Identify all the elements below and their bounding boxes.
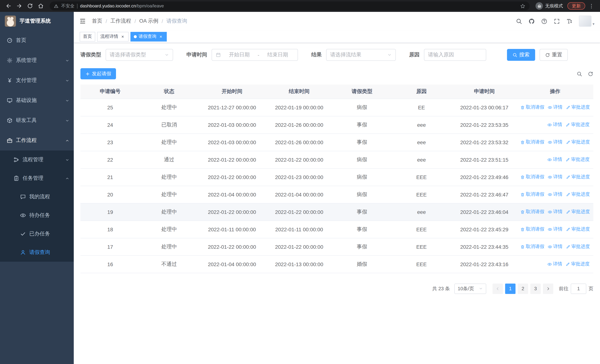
goto-page-input[interactable] — [571, 283, 586, 294]
detail-link[interactable]: 详情 — [548, 226, 562, 233]
close-icon[interactable]: × — [120, 34, 125, 39]
detail-link[interactable]: 详情 — [547, 261, 562, 267]
action-label: 详情 — [553, 174, 562, 180]
column-header[interactable]: 申请编号 — [80, 84, 140, 99]
detail-link[interactable]: 详情 — [548, 104, 562, 111]
breadcrumb-separator: / — [106, 18, 107, 24]
sidebar-toggle-icon[interactable] — [79, 18, 86, 24]
leave-type-select[interactable]: 请选择请假类型 — [106, 49, 173, 61]
sidebar-item-system[interactable]: 系统管理 — [0, 50, 74, 70]
font-size-icon[interactable] — [566, 18, 572, 24]
detail-link-icon — [547, 123, 552, 127]
sidebar-item-payment[interactable]: 支付管理 — [0, 70, 74, 90]
reason-input[interactable]: 请输入原因 — [424, 49, 486, 61]
security-label[interactable]: 不安全 — [61, 3, 75, 9]
create-leave-button[interactable]: 发起请假 — [80, 68, 116, 79]
page-button-1[interactable]: 1 — [505, 283, 516, 294]
column-header[interactable]: 状态 — [140, 84, 198, 99]
github-icon[interactable] — [528, 18, 535, 24]
sidebar-item-infrastructure[interactable]: 基础设施 — [0, 90, 74, 111]
refresh-icon[interactable] — [588, 71, 593, 76]
column-header[interactable]: 结束时间 — [265, 84, 333, 99]
tab-process-detail[interactable]: 流程详情 × — [97, 32, 129, 41]
search-icon[interactable] — [516, 18, 522, 24]
address-bar[interactable]: 不安全 dashboard.yudao.iocoder.cn/bpm/oa/le… — [50, 1, 530, 10]
prev-page-button[interactable] — [493, 283, 503, 294]
browser-forward-button[interactable] — [14, 1, 24, 11]
back-icon — [6, 3, 11, 9]
result-select[interactable]: 请选择流结果 — [326, 49, 396, 61]
detail-link[interactable]: 详情 — [547, 157, 562, 163]
detail-link[interactable]: 详情 — [548, 244, 562, 250]
approval-progress-link[interactable]: 审批进度 — [566, 139, 590, 146]
column-header[interactable]: 开始时间 — [198, 84, 266, 99]
date-range-picker[interactable]: 开始日期 - 结束日期 — [212, 49, 298, 61]
cancel-leave-link[interactable]: 取消请假 — [520, 209, 544, 215]
browser-menu-icon[interactable]: ⋮ — [587, 3, 596, 9]
browser-home-button[interactable] — [36, 1, 46, 11]
home-icon — [38, 3, 44, 9]
cancel-leave-link[interactable]: 取消请假 — [520, 226, 544, 233]
page-button-2[interactable]: 2 — [518, 283, 528, 294]
cancel-leave-link[interactable]: 取消请假 — [520, 191, 544, 198]
tab-leave-query[interactable]: 请假查询 × — [131, 32, 167, 41]
table-cell: 24 — [80, 116, 140, 133]
approval-progress-link[interactable]: 审批进度 — [566, 226, 590, 233]
tab-home[interactable]: 首页 — [80, 32, 95, 41]
leave-query-icon — [20, 250, 26, 255]
browser-back-button[interactable] — [4, 1, 13, 11]
table-cell: 2022-01-22 00:00:00 — [265, 238, 333, 255]
detail-link[interactable]: 详情 — [547, 122, 562, 128]
sidebar-item-home[interactable]: 首页 — [0, 30, 74, 50]
search-button[interactable]: 搜索 — [507, 49, 535, 61]
bookmark-star-icon[interactable] — [520, 3, 525, 9]
cancel-leave-link[interactable]: 取消请假 — [520, 244, 544, 250]
approval-progress-link[interactable]: 审批进度 — [566, 191, 590, 198]
app-logo[interactable]: 芋道管理系统 — [0, 12, 74, 30]
browser-update-chip[interactable]: 更新 — [567, 2, 585, 10]
approval-progress-link[interactable]: 审批进度 — [565, 122, 590, 128]
fullscreen-icon[interactable] — [554, 18, 560, 24]
detail-link[interactable]: 详情 — [548, 174, 562, 180]
approval-progress-link[interactable]: 审批进度 — [566, 174, 590, 180]
task-icon — [13, 175, 19, 181]
browser-reload-button[interactable] — [25, 1, 35, 11]
approval-progress-link[interactable]: 审批进度 — [566, 244, 590, 250]
select-placeholder: 请选择请假类型 — [110, 52, 146, 58]
sidebar-item-todo-tasks[interactable]: 待办任务 — [0, 206, 74, 225]
detail-link[interactable]: 详情 — [548, 191, 562, 198]
sidebar-item-task-management[interactable]: 任务管理 — [0, 169, 74, 187]
close-icon[interactable]: × — [158, 34, 163, 39]
sidebar-item-leave-query[interactable]: 请假查询 — [0, 243, 74, 262]
column-header[interactable]: 请假类型 — [333, 84, 391, 99]
sidebar-item-my-process[interactable]: 我的流程 — [0, 187, 74, 206]
toggle-search-icon[interactable] — [577, 71, 582, 76]
sidebar-item-process-management[interactable]: 流程管理 — [0, 150, 74, 169]
column-header[interactable]: 原因 — [391, 84, 452, 99]
breadcrumb-item[interactable]: 工作流程 — [111, 18, 131, 24]
breadcrumb-item[interactable]: 首页 — [92, 18, 102, 24]
user-avatar[interactable]: ▾ — [579, 16, 594, 27]
sidebar-item-workflow[interactable]: 工作流程 — [0, 131, 74, 150]
approval-progress-link[interactable]: 审批进度 — [566, 104, 590, 111]
approval-progress-link[interactable]: 审批进度 — [565, 157, 590, 163]
filter-result: 结果 请选择流结果 — [311, 49, 396, 61]
detail-link[interactable]: 详情 — [548, 139, 562, 146]
sidebar-item-done-tasks[interactable]: 已办任务 — [0, 225, 74, 243]
column-header[interactable]: 申请时间 — [452, 84, 517, 99]
reset-button[interactable]: 重置 — [540, 49, 568, 61]
row-actions: 取消请假详情审批进度 — [517, 203, 593, 221]
page-button-3[interactable]: 3 — [530, 283, 541, 294]
cancel-leave-link[interactable]: 取消请假 — [520, 139, 544, 146]
detail-link[interactable]: 详情 — [548, 209, 562, 215]
next-page-button[interactable] — [543, 283, 553, 294]
cancel-leave-link[interactable]: 取消请假 — [520, 104, 544, 111]
breadcrumb-item[interactable]: OA 示例 — [139, 18, 159, 24]
approval-progress-link[interactable]: 审批进度 — [566, 209, 590, 215]
cancel-leave-link-icon — [520, 192, 525, 197]
help-icon[interactable] — [541, 18, 547, 24]
page-size-select[interactable]: 10条/页 — [454, 283, 486, 294]
sidebar-item-devtools[interactable]: 研发工具 — [0, 111, 74, 131]
approval-progress-link[interactable]: 审批进度 — [565, 261, 590, 267]
cancel-leave-link[interactable]: 取消请假 — [520, 174, 544, 180]
